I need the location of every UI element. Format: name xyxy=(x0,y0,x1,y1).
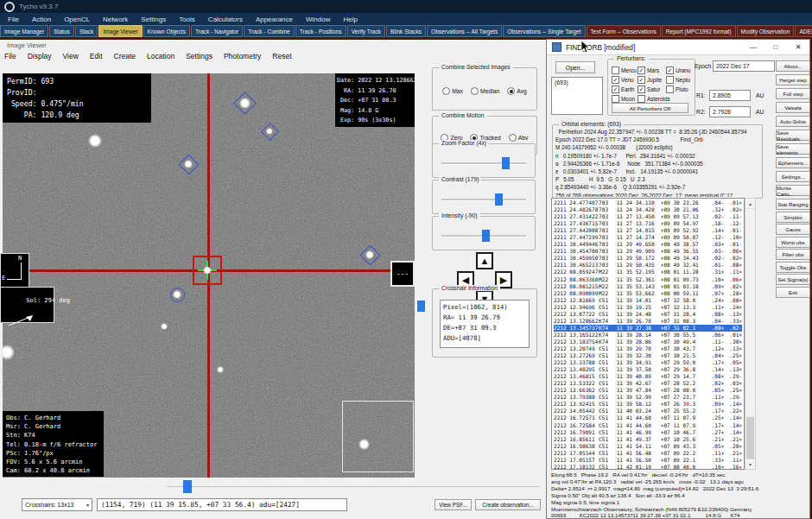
tab-track-combine[interactable]: Track - Combine xyxy=(244,25,295,37)
observation-row[interactable]: 2211 27.43142270311 27 13.450+09 09 57.1… xyxy=(554,213,742,220)
menu-item-appearance[interactable]: Appearance xyxy=(256,16,293,23)
observation-row[interactable]: 2211 30.45995070311 29 50.172+08 49 34.4… xyxy=(554,255,742,262)
tab-ades-psv-formatted-report[interactable]: ADES (PSV formatted) Report xyxy=(795,25,812,37)
r2-field[interactable]: 2.7928 xyxy=(709,106,751,117)
r1-field[interactable]: 2.8905 xyxy=(709,90,751,101)
findorb-button-gauss[interactable]: Gauss xyxy=(776,224,810,235)
viewer-menu-item-file[interactable]: File xyxy=(4,52,16,60)
findorb-button-filter-obs[interactable]: Filter obs xyxy=(776,249,810,260)
observation-row[interactable]: 2212 13.183754K7411 39 28.86+07 30 49.4.… xyxy=(554,339,742,345)
observation-row[interactable]: 2211 30.46521370311 29 50.435+08 49 32.4… xyxy=(554,262,742,269)
findorb-button-toggle-obs[interactable]: Toggle Obs xyxy=(776,262,810,273)
menu-item-calculators[interactable]: Calculators xyxy=(208,16,243,23)
create-observation-button[interactable]: Create observation... xyxy=(475,499,541,510)
view-psf-button[interactable]: View PSF... xyxy=(435,499,472,510)
tab-known-objects[interactable]: Known Objects xyxy=(143,25,190,37)
viewer-menu-item-create[interactable]: Create xyxy=(114,52,136,60)
tab-track-positions[interactable]: Track - Positions xyxy=(295,25,346,37)
perturber-checkbox-mars[interactable]: ✓Mars xyxy=(638,66,666,75)
menu-item-action[interactable]: Action xyxy=(32,16,51,23)
findorb-button-set-sigma-s-[interactable]: Set Sigma(s) xyxy=(776,274,810,285)
menu-item-tools[interactable]: Tools xyxy=(179,16,195,23)
findorb-button-worst-obs[interactable]: Worst obs xyxy=(776,237,810,248)
findorb-button-save-elements[interactable]: Save elements xyxy=(776,143,810,155)
observation-row[interactable]: 2212 13.27269C5111 39 32.30+07 30 21.5.0… xyxy=(554,352,742,359)
observation-row[interactable]: 2211 27.43671570311 27 13.716+09 09 54.9… xyxy=(554,220,742,227)
zoom-slider[interactable] xyxy=(441,162,526,165)
menu-item-file[interactable]: File xyxy=(8,16,19,23)
minimize-button[interactable]: — xyxy=(742,40,764,54)
viewer-menu-item-reset[interactable]: Reset xyxy=(272,52,291,60)
perturber-checkbox-uranu[interactable]: ✓Uranu xyxy=(666,66,692,75)
tab-status[interactable]: Status xyxy=(49,25,74,37)
observation-row[interactable]: 2212 13.165122K7411 39 28.14+07 30 55.5.… xyxy=(554,332,742,339)
viewer-menu-item-display[interactable]: Display xyxy=(28,52,52,60)
observation-row[interactable]: 2212 13.79388C5111 39 52.99+07 27 23.7.1… xyxy=(554,394,742,401)
perturber-checkbox-neptu[interactable]: Neptu xyxy=(666,75,692,85)
crosshairs-size-dropdown[interactable]: Crosshairs: 13x13 ▾ xyxy=(22,498,92,511)
observation-row[interactable]: 2212 13.33788C5111 39 34.91+07 29 59.0.1… xyxy=(554,359,742,366)
perturber-checkbox-mercu[interactable]: Mercu xyxy=(612,66,638,75)
ruler-box[interactable]: --- xyxy=(390,261,415,287)
observation-row[interactable]: 2212 17.05157C5111 41 56.50+07 09 22.1.3… xyxy=(554,457,742,464)
observation-row[interactable]: 2212 13.07722C5111 39 24.48+07 31 28.4.0… xyxy=(554,311,742,318)
findorb-button-stat-ranging[interactable]: Stat Ranging xyxy=(776,199,810,210)
tab-observations-all-targets[interactable]: Observations -- All Targets xyxy=(427,25,502,37)
all-perturbers-off-button[interactable]: All Perturbers Off xyxy=(612,103,688,113)
findorb-button-ephemeris-[interactable]: Ephemeris... xyxy=(776,157,810,168)
panel-slider-handle[interactable] xyxy=(417,301,425,312)
pan-up-button[interactable]: ▲ xyxy=(476,252,493,269)
scrollbar-thumb[interactable] xyxy=(746,417,754,459)
findorb-button-herget-step[interactable]: Herget step xyxy=(776,74,810,85)
findorb-button-vaisala[interactable]: Vaisala xyxy=(776,102,810,113)
tab-text-form-observations[interactable]: Text Form -- Observations xyxy=(587,25,661,37)
combine-images-radio-max[interactable]: Max xyxy=(442,87,463,95)
tab-stack[interactable]: Stack xyxy=(75,25,98,37)
tab-verify-track[interactable]: Verify Track xyxy=(347,25,385,37)
menu-item-window[interactable]: Window xyxy=(306,16,330,23)
frame-slider-track[interactable] xyxy=(167,486,540,487)
findorb-button-about-[interactable]: About... xyxy=(776,60,810,72)
contrast-slider[interactable] xyxy=(441,199,526,201)
viewer-menu-item-photometry[interactable]: Photometry xyxy=(224,52,261,60)
observation-row[interactable]: 2212 13.145737K7411 39 27.38+07 31 02.1.… xyxy=(554,325,742,332)
findorb-button-monte-carlo-[interactable]: Monte Carlo... xyxy=(776,185,810,196)
observation-row[interactable]: 2212 13.40295C5111 39 37.50+07 29 36.8.1… xyxy=(554,366,742,373)
findorb-button-full-step[interactable]: Full step xyxy=(776,88,810,99)
observation-row[interactable]: 2212 12.81669C5111 39 14.01+07 32 58.0.2… xyxy=(554,297,742,304)
findorb-button-exit[interactable]: Exit xyxy=(776,287,810,298)
observation-row[interactable]: 2211 30.44944670311 29 49.650+08 49 38.5… xyxy=(554,241,742,248)
perturber-checkbox-pluto[interactable]: Pluto xyxy=(666,85,692,94)
observation-row[interactable]: 2212 17.18132C5111 42 01.19+07 08 40.0.1… xyxy=(554,464,742,470)
combine-motion-radio-abv[interactable]: Abv xyxy=(509,134,529,142)
perturber-checkbox-venu[interactable]: ✓Venu xyxy=(612,75,638,85)
close-button[interactable]: ✕ xyxy=(787,40,809,54)
tab-modify-observation[interactable]: Modify Observation xyxy=(737,25,795,37)
zoom-slider-handle[interactable] xyxy=(502,157,510,169)
observation-row[interactable]: 2212 13.53322C5111 39 42.67+07 28 52.2.0… xyxy=(554,380,742,387)
perturber-checkbox-satur[interactable]: ✓Satur xyxy=(638,85,666,94)
viewer-menu-item-edit[interactable]: Edit xyxy=(90,52,103,60)
findorb-button-settings-[interactable]: Settings... xyxy=(776,171,810,182)
intensity-slider-handle[interactable] xyxy=(482,230,490,242)
observation-row[interactable]: 2212 13.66362C5111 39 47.84+07 28 08.0.0… xyxy=(554,387,742,394)
perturber-checkbox-jupite[interactable]: ✓Jupite xyxy=(638,75,666,85)
observation-row[interactable]: 2212 17.05144C5111 41 56.48+07 09 22.2.1… xyxy=(554,450,742,457)
scrollbar-down-arrow-icon[interactable]: ▼ xyxy=(745,459,755,469)
observation-row[interactable]: 2211 30.45470070311 29 49.909+08 49 36.5… xyxy=(554,248,742,255)
observation-row[interactable]: 2211 24.47740770311 24 34.110+09 30 23.2… xyxy=(554,199,742,206)
observation-row[interactable]: 2212 16.98638C5111 41 54.11+07 09 43.3.0… xyxy=(554,443,742,450)
combine-images-radio-median[interactable]: Median xyxy=(471,87,499,95)
viewer-menu-item-settings[interactable]: Settings xyxy=(186,52,213,60)
contrast-slider-handle[interactable] xyxy=(495,193,503,206)
observation-row[interactable]: 2212 08.059247M2211 35 52.195+08 01 11.2… xyxy=(554,269,742,275)
observation-row[interactable]: 2211 27.44729970311 27 14.274+09 09 50.8… xyxy=(554,234,742,241)
observation-row[interactable]: 2212 16.79091C5111 41 46.99+07 10 46.7.2… xyxy=(554,429,742,436)
tab-track-navigator[interactable]: Track - Navigator xyxy=(191,25,243,37)
tab-image-manager[interactable]: Image Manager xyxy=(0,25,48,37)
observation-row[interactable]: 2212 13.128662K7411 39 26.70+07 31 08.3.… xyxy=(554,318,742,325)
observation-row[interactable]: 2212 16.72571C5111 41 44.60+07 11 07.9.2… xyxy=(554,415,742,421)
observation-row[interactable]: 2212 08.063360M2211 35 52.361+08 01 09.7… xyxy=(554,276,742,283)
object-list-item[interactable]: (693) xyxy=(555,79,568,85)
menu-item-help[interactable]: Help xyxy=(343,16,357,23)
